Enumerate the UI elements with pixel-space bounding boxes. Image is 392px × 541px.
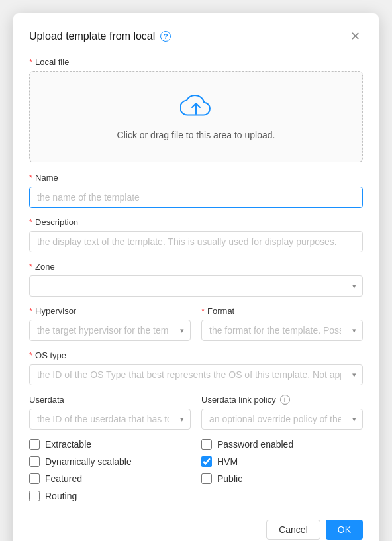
zone-label: * Zone — [29, 262, 363, 271]
userdata-select[interactable]: the ID of the userdata that has to ... — [29, 409, 191, 430]
os-type-group: * OS type the ID of the OS Type that bes… — [29, 350, 363, 385]
dynamically-scalable-checkbox[interactable] — [29, 456, 40, 467]
extractable-checkbox[interactable] — [29, 439, 40, 450]
checkboxes-row: Extractable Password enabled Dynamically… — [29, 439, 363, 501]
local-file-label: * Local file — [29, 57, 363, 67]
routing-label: Routing — [45, 491, 77, 501]
password-enabled-label: Password enabled — [217, 439, 293, 450]
userdata-group: Userdata the ID of the userdata that has… — [29, 395, 191, 430]
checkbox-hvm: HVM — [201, 456, 363, 467]
routing-checkbox[interactable] — [29, 491, 40, 501]
name-group: * Name — [29, 173, 363, 208]
upload-template-modal: Upload template from local ? ✕ * Local f… — [13, 13, 379, 541]
upload-area[interactable]: Click or drag file to this area to uploa… — [29, 71, 363, 162]
name-input[interactable] — [29, 187, 363, 208]
local-file-group: * Local file Click or drag file to this … — [29, 57, 363, 162]
hvm-label: HVM — [217, 456, 238, 467]
cancel-button[interactable]: Cancel — [266, 520, 320, 540]
userdata-select-wrapper: the ID of the userdata that has to ... ▾ — [29, 409, 191, 430]
dynamically-scalable-label: Dynamically scalable — [45, 456, 132, 467]
description-group: * Description — [29, 217, 363, 252]
userdata-row: Userdata the ID of the userdata that has… — [29, 395, 363, 430]
modal-title: Upload template from local ? — [29, 30, 171, 42]
description-label: * Description — [29, 217, 363, 227]
hypervisor-select-wrapper: the target hypervisor for the templ... ▾ — [29, 320, 191, 341]
hvm-checkbox[interactable] — [201, 456, 212, 467]
checkbox-featured: Featured — [29, 473, 191, 484]
hypervisor-select[interactable]: the target hypervisor for the templ... — [29, 320, 191, 341]
checkbox-password-enabled: Password enabled — [201, 439, 363, 450]
hypervisor-label: * Hypervisor — [29, 306, 191, 316]
checkbox-public: Public — [201, 473, 363, 484]
upload-icon — [180, 93, 212, 122]
extractable-label: Extractable — [45, 439, 91, 450]
close-icon[interactable]: ✕ — [348, 29, 363, 44]
public-checkbox[interactable] — [201, 473, 212, 484]
help-icon[interactable]: ? — [160, 31, 171, 42]
os-type-label: * OS type — [29, 350, 363, 360]
modal-footer: Cancel OK — [29, 515, 363, 540]
name-label: * Name — [29, 173, 363, 183]
public-label: Public — [217, 473, 242, 484]
modal-header: Upload template from local ? ✕ — [29, 29, 363, 44]
modal-title-text: Upload template from local — [29, 30, 155, 42]
userdata-link-policy-info-icon[interactable]: i — [280, 395, 290, 405]
userdata-link-policy-select[interactable]: an optional override policy of the ... — [201, 409, 363, 430]
format-select-wrapper: the format for the template. Possi... ▾ — [201, 320, 363, 341]
format-select[interactable]: the format for the template. Possi... — [201, 320, 363, 341]
password-enabled-checkbox[interactable] — [201, 439, 212, 450]
checkbox-routing: Routing — [29, 491, 191, 501]
description-input[interactable] — [29, 231, 363, 252]
checkbox-dynamically-scalable: Dynamically scalable — [29, 456, 191, 467]
format-group: * Format the format for the template. Po… — [201, 306, 363, 341]
userdata-link-policy-select-wrapper: an optional override policy of the ... ▾ — [201, 409, 363, 430]
checkbox-extractable: Extractable — [29, 439, 191, 450]
userdata-link-policy-group: Userdata link policy i an optional overr… — [201, 395, 363, 430]
zone-group: * Zone ▾ — [29, 262, 363, 297]
hypervisor-format-row: * Hypervisor the target hypervisor for t… — [29, 306, 363, 341]
hypervisor-group: * Hypervisor the target hypervisor for t… — [29, 306, 191, 341]
os-type-select-wrapper: the ID of the OS Type that best represen… — [29, 364, 363, 385]
featured-label: Featured — [45, 473, 82, 484]
upload-text: Click or drag file to this area to uploa… — [117, 130, 275, 140]
featured-checkbox[interactable] — [29, 473, 40, 484]
zone-select-wrapper: ▾ — [29, 275, 363, 297]
ok-button[interactable]: OK — [326, 520, 363, 540]
zone-select[interactable] — [29, 275, 363, 297]
userdata-label: Userdata — [29, 395, 191, 405]
os-type-select[interactable]: the ID of the OS Type that best represen… — [29, 364, 363, 385]
userdata-link-policy-label: Userdata link policy i — [201, 395, 363, 405]
format-label: * Format — [201, 306, 363, 316]
